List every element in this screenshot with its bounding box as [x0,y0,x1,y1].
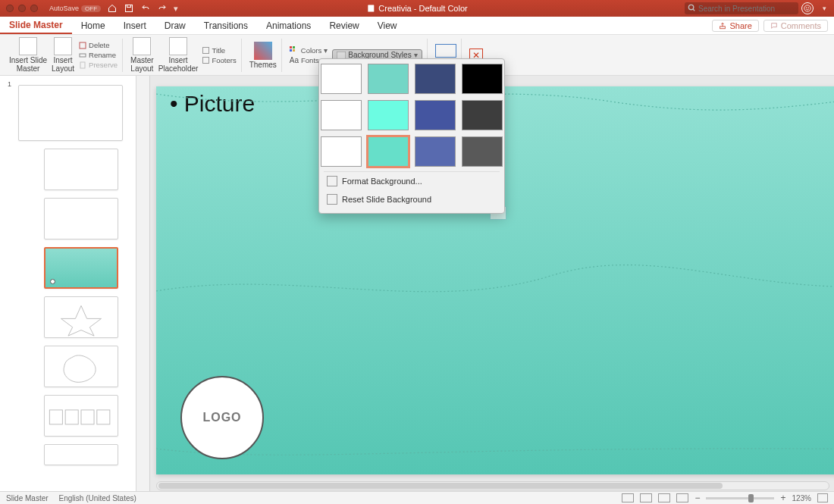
svg-rect-21 [97,410,110,424]
tab-insert[interactable]: Insert [114,17,155,34]
zoom-window-icon[interactable] [30,5,38,12]
share-icon [719,22,726,30]
status-mode: Slide Master [6,494,49,502]
svg-rect-13 [293,46,295,49]
zoom-in-button[interactable]: + [780,493,785,503]
svg-rect-2 [368,5,374,12]
footers-checkbox[interactable]: Footers [202,56,236,64]
slide-thumbnail-panel[interactable]: 1 [0,76,136,491]
bg-swatch[interactable] [321,100,362,130]
view-sorter-button[interactable] [640,493,652,502]
minimize-window-icon[interactable] [18,5,26,12]
user-chevron-icon[interactable]: ▾ [823,5,826,12]
preserve-icon [79,61,86,69]
tab-view[interactable]: View [368,17,406,34]
bg-swatch[interactable] [321,64,362,94]
svg-rect-14 [290,49,292,52]
presentation-search[interactable] [685,2,798,14]
autosave-toggle[interactable]: AutoSave OFF [49,5,101,12]
thumb-layout-5[interactable] [44,346,118,387]
bg-swatch[interactable] [415,100,456,130]
delete-button[interactable]: Delete [79,41,118,49]
home-icon[interactable] [107,3,118,14]
window-controls[interactable] [6,5,38,12]
reset-slide-background-item[interactable]: Reset Slide Background [324,190,500,208]
zoom-level[interactable]: 123% [792,494,811,502]
thumb-layout-7[interactable] [44,444,118,465]
status-language[interactable]: English (United States) [59,494,136,502]
title-checkbox[interactable]: Title [202,46,236,55]
qat-chevron-icon[interactable]: ▾ [174,4,178,14]
redo-icon[interactable] [157,3,168,14]
bg-swatch[interactable] [368,64,409,94]
thumb-layout-3[interactable] [44,247,118,289]
zoom-out-button[interactable]: − [694,493,700,503]
user-account-icon[interactable] [801,2,814,14]
zoom-slider[interactable] [706,497,774,499]
tab-home[interactable]: Home [72,17,114,34]
bg-swatch[interactable] [415,136,456,167]
svg-rect-11 [80,62,85,68]
hscroll-thumb[interactable] [158,483,723,489]
thumb-layout-1[interactable] [44,149,118,190]
svg-rect-8 [720,26,726,28]
logo-placeholder[interactable]: LOGO [180,376,264,459]
horizontal-scrollbar[interactable] [156,481,829,490]
fit-to-window-button[interactable] [817,493,828,502]
star-shape-icon [45,297,118,337]
svg-point-7 [808,8,809,8]
colors-dropdown[interactable]: Colors▾ [290,46,328,55]
bg-swatch[interactable] [462,64,503,94]
bg-swatch[interactable] [462,100,503,130]
insert-layout-button[interactable]: Insert Layout [52,37,74,73]
autosave-label: AutoSave [49,5,79,12]
fonts-icon: Aa [290,56,299,64]
svg-rect-0 [126,5,133,12]
view-slideshow-button[interactable] [676,493,688,502]
save-icon[interactable] [124,3,134,14]
svg-rect-18 [49,410,62,424]
thumb-layout-2[interactable] [44,198,118,239]
tab-slide-master[interactable]: Slide Master [0,17,72,34]
bg-swatch-selected[interactable] [368,136,409,167]
search-input[interactable] [685,2,798,14]
svg-rect-12 [290,46,292,49]
tab-animations[interactable]: Animations [257,17,320,34]
view-normal-button[interactable] [622,493,634,502]
insert-slide-master-button[interactable]: Insert Slide Master [9,37,47,73]
svg-rect-9 [80,42,86,49]
blob-shape-icon [45,346,118,387]
comments-button[interactable]: Comments [763,20,828,32]
background-swatch-grid [324,64,500,167]
close-window-icon[interactable] [6,5,14,12]
colors-icon [290,46,299,54]
undo-icon[interactable] [140,3,151,14]
zoom-slider-thumb[interactable] [748,494,754,502]
svg-rect-1 [127,5,131,8]
bg-swatch[interactable] [321,136,362,167]
tab-review[interactable]: Review [320,17,368,34]
tab-draw[interactable]: Draw [155,17,195,34]
format-background-item[interactable]: Format Background... [324,171,500,190]
bg-swatch[interactable] [462,136,503,167]
themes-button[interactable]: Themes [249,42,277,69]
share-button[interactable]: Share [712,20,758,32]
master-layout-button[interactable]: Master Layout [130,37,154,73]
rename-button[interactable]: Rename [79,51,118,59]
delete-icon [79,42,86,49]
background-icon [337,52,346,59]
reset-bg-icon [327,194,337,205]
tab-transitions[interactable]: Transitions [195,17,257,34]
preserve-button[interactable]: Preserve [79,61,118,69]
svg-rect-19 [65,410,78,424]
thumb-layout-6[interactable] [44,395,118,437]
svg-rect-20 [81,410,94,424]
bg-swatch[interactable] [368,100,409,130]
document-title: Creativia - Default Color [366,4,467,13]
svg-point-6 [806,8,807,8]
view-reading-button[interactable] [658,493,670,502]
thumb-layout-4[interactable] [44,296,118,338]
thumb-master[interactable] [18,85,123,141]
insert-placeholder-button[interactable]: Insert Placeholder [158,37,199,73]
bg-swatch[interactable] [415,64,456,94]
